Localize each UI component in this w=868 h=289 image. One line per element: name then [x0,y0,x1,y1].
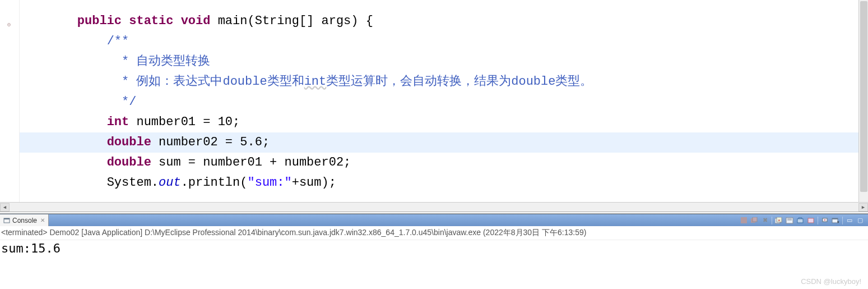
horizontal-scrollbar[interactable]: ◀ ▶ [0,202,868,212]
close-icon[interactable]: ✕ [39,217,45,223]
console-status-line: <terminated> Demo02 [Java Application] D… [0,226,868,240]
minimize-icon[interactable]: ▭ [845,216,854,225]
comment: * 自动类型转换 [114,54,211,68]
code-line[interactable]: /** [20,31,868,52]
code-text: main(String[] args) { [218,14,373,28]
svg-text:×: × [778,218,781,223]
code-line[interactable]: */ [20,92,868,112]
svg-text:▾: ▾ [837,220,839,224]
svg-rect-11 [797,219,803,223]
keyword: double [107,135,151,149]
vertical-scrollbar-thumb[interactable] [860,1,867,192]
console-tab-label: Console [12,217,37,224]
console-toolbar: ✖ × ▾ ▭ ▢ [739,214,868,226]
code-line[interactable]: double sum = number01 + number02; [20,153,868,173]
code-line-current[interactable]: double number02 = 5.6; [20,132,868,153]
terminate-icon[interactable] [739,216,748,225]
vertical-scrollbar[interactable] [858,0,868,202]
code-text: number02 = 5.6; [151,135,270,149]
keyword: void [181,14,211,28]
code-editor[interactable]: ⊝ public static void main(String[] args)… [0,0,868,202]
static-field: out [159,176,181,190]
remove-launch-icon[interactable]: ✖ [760,216,769,225]
maximize-icon[interactable]: ▢ [856,216,865,225]
svg-rect-16 [832,218,838,219]
svg-rect-12 [808,218,814,223]
console-tab[interactable]: Console ✕ [0,214,49,226]
code-line[interactable]: System.out.println("sum:"+sum); [20,173,868,193]
pin-console-icon[interactable] [820,216,829,225]
code-line[interactable]: * 自动类型转换 [20,52,868,72]
console-icon [3,217,10,224]
string-literal: "sum:" [247,176,291,190]
gutter-marker-icon: ⊝ [7,21,11,28]
code-area[interactable]: public static void main(String[] args) {… [20,0,868,193]
comment: /** [107,34,129,48]
code-text: System. [107,176,159,190]
comment: * 例如：表达式中double类型和int类型运算时，会自动转换，结果为doub… [114,75,593,89]
comment: */ [114,95,137,109]
code-text: number01 = 10; [129,115,240,129]
keyword: public [77,14,122,28]
keyword: double [107,155,151,169]
code-line[interactable]: int number01 = 10; [20,112,868,132]
code-line[interactable]: * 例如：表达式中double类型和int类型运算时，会自动转换，结果为doub… [20,72,868,92]
terminate-all-icon[interactable] [750,216,759,225]
svg-rect-2 [741,217,747,223]
scroll-right-button[interactable]: ▶ [858,203,868,212]
editor-gutter: ⊝ [0,0,20,202]
svg-point-14 [824,219,825,221]
remove-all-icon[interactable]: × [774,216,783,225]
separator [772,217,772,224]
console-output[interactable]: sum:15.6 [0,240,868,256]
word-wrap-icon[interactable] [806,216,815,225]
console-tabbar: Console ✕ ✖ × ▾ ▭ ▢ [0,214,868,226]
scroll-lock-icon[interactable] [796,216,805,225]
keyword: int [107,115,129,129]
display-console-icon[interactable]: ▾ [831,216,840,225]
code-line[interactable]: public static void main(String[] args) { [20,11,868,31]
separator [818,217,818,224]
svg-rect-1 [4,218,10,219]
clear-console-icon[interactable] [785,216,794,225]
svg-rect-4 [753,217,757,222]
scroll-left-button[interactable]: ◀ [0,203,10,212]
code-text: sum = number01 + number02; [151,155,351,169]
keyword: static [129,14,173,28]
separator [842,217,843,224]
